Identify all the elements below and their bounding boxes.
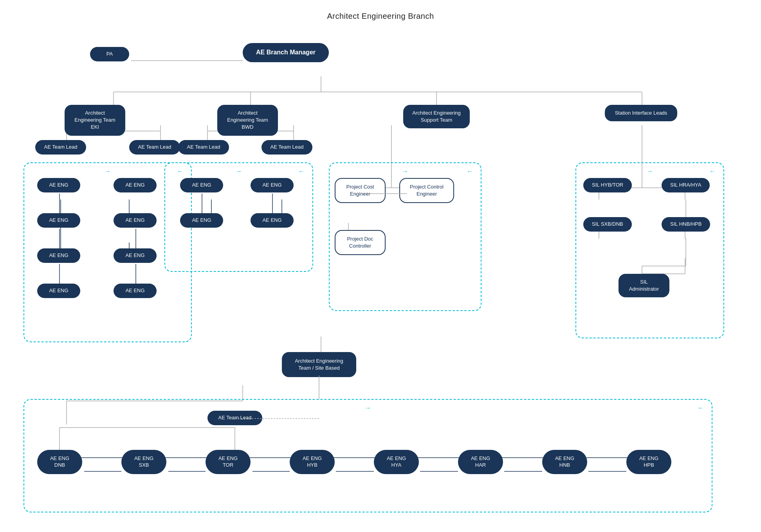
ae-team-lead-bwd-1-node: AE Team Lead [178,140,229,155]
ae-eng-hnb-node: AE ENGHNB [542,450,587,474]
ae-eng-eki-4: AE ENG [114,213,157,228]
ae-eng-eki-8: AE ENG [114,284,157,298]
ae-team-site-based-node: Architect Engineering Team / Site Based [282,352,356,377]
ae-team-bwd-node: Architect Engineering Team BWD [217,105,278,136]
ae-eng-bwd-3: AE ENG [180,213,223,228]
ae-eng-eki-6: AE ENG [114,248,157,263]
ae-eng-eki-7: AE ENG [37,284,80,298]
ae-eng-hyb-node: AE ENGHYB [290,450,335,474]
project-control-engineer-node: Project Control Engineer [399,178,454,203]
ae-eng-tor-node: AE ENGTOR [206,450,251,474]
ae-team-lead-eki-2-node: AE Team Lead [129,140,180,155]
sil-hra-hya-node: SIL HRA/HYA [662,178,710,192]
pa-node: PA [90,47,129,61]
ae-team-lead-eki-1-node: AE Team Lead [35,140,86,155]
ae-eng-eki-2: AE ENG [114,178,157,192]
ae-eng-bwd-1: AE ENG [180,178,223,192]
sil-administrator-node: SIL Administrator [619,274,669,297]
ae-eng-dnb-node: AE ENGDNB [37,450,82,474]
ae-eng-bwd-4: AE ENG [251,213,294,228]
ae-team-lead-site-node: AE Team Lead [207,411,262,425]
ae-eng-hya-node: AE ENGHYA [374,450,419,474]
project-cost-engineer-node: Project Cost Engineer [335,178,386,203]
ae-eng-bwd-2: AE ENG [251,178,294,192]
sil-sxb-dnb-node: SIL SXB/DNB [583,217,632,232]
sil-hyb-tor-node: SIL HYB/TOR [583,178,632,192]
ae-eng-hpb-node: AE ENGHPB [626,450,671,474]
ae-eng-har-node: AE ENGHAR [458,450,503,474]
sil-hnb-hpb-node: SIL HNB/HPB [662,217,710,232]
ae-eng-eki-1: AE ENG [37,178,80,192]
ae-eng-sxb-node: AE ENGSXB [121,450,166,474]
station-interface-leads-node: Station Interface Leads [605,105,677,121]
page-title: Architect Engineering Branch [12,12,749,21]
ae-team-lead-bwd-2-node: AE Team Lead [261,140,312,155]
ae-team-eki-node: Architect Engineering Team EKI [65,105,125,136]
ae-support-team-node: Architect Engineering Support Team [403,105,470,128]
ae-branch-manager-node: AE Branch Manager [243,43,329,62]
page-container: Architect Engineering Branch [0,0,761,532]
ae-eng-eki-5: AE ENG [37,248,80,263]
project-doc-controller-node: Project Doc Controller [335,230,386,255]
ae-eng-eki-3: AE ENG [37,213,80,228]
